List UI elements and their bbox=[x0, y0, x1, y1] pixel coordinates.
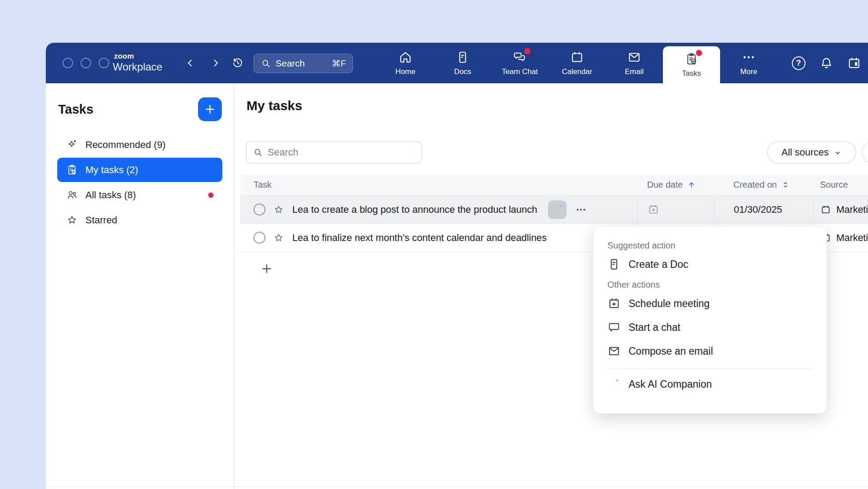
more-icon bbox=[742, 50, 756, 64]
column-due-date[interactable]: Due date bbox=[637, 174, 714, 195]
task-search bbox=[246, 141, 422, 163]
nav-home[interactable]: Home bbox=[377, 43, 434, 83]
action-menu: Suggested action Create a Doc Other acti… bbox=[593, 226, 827, 414]
email-icon bbox=[627, 50, 641, 64]
tasks-sidebar: Tasks Recommended (9) My tasks (2) All t… bbox=[46, 83, 234, 489]
menu-section-label: Other actions bbox=[607, 280, 813, 290]
calendar-icon bbox=[570, 50, 584, 64]
help-icon: ? bbox=[792, 56, 805, 70]
global-search-placeholder: Search bbox=[276, 58, 305, 69]
task-title: Lea to create a blog post to announce th… bbox=[292, 204, 537, 215]
chevron-down-icon bbox=[833, 148, 842, 157]
sort-ascending-icon[interactable] bbox=[687, 181, 696, 189]
star-icon[interactable] bbox=[273, 232, 284, 244]
nav-more[interactable]: More bbox=[720, 43, 777, 83]
sparkle-icon bbox=[66, 139, 78, 151]
bell-icon bbox=[819, 56, 834, 70]
brand-text: zoom bbox=[114, 52, 162, 60]
task-search-input[interactable] bbox=[268, 147, 416, 158]
doc-icon bbox=[607, 258, 621, 271]
clipboard-check-icon bbox=[66, 164, 78, 176]
notifications-button[interactable] bbox=[818, 55, 834, 71]
menu-item-create-doc[interactable]: Create a Doc bbox=[607, 252, 813, 276]
sidebar-item-my-tasks[interactable]: My tasks (2) bbox=[57, 158, 222, 182]
calendar-panel-button[interactable] bbox=[846, 55, 862, 71]
menu-section-label: Suggested action bbox=[607, 241, 813, 251]
chevron-left-icon bbox=[185, 58, 195, 68]
nav-email[interactable]: Email bbox=[606, 43, 663, 83]
window-control-circle[interactable] bbox=[99, 58, 109, 68]
global-search[interactable]: Search ⌘F bbox=[254, 54, 353, 73]
add-task-button[interactable] bbox=[261, 263, 273, 275]
notification-dot bbox=[696, 50, 702, 56]
menu-item-start-chat[interactable]: Start a chat bbox=[607, 315, 813, 339]
column-source: Source bbox=[813, 174, 868, 195]
task-checkbox[interactable] bbox=[254, 204, 265, 215]
nav-docs[interactable]: Docs bbox=[434, 43, 491, 83]
search-icon bbox=[253, 147, 263, 158]
product-text: Workplace bbox=[113, 62, 162, 72]
task-checkbox[interactable] bbox=[254, 232, 265, 244]
created-on-date: 01/30/2025 bbox=[734, 204, 782, 215]
notification-dot bbox=[524, 48, 530, 54]
menu-item-ask-ai-companion[interactable]: Ask AI Companion bbox=[607, 372, 813, 396]
nav-team-chat[interactable]: Team Chat bbox=[491, 43, 548, 83]
menu-item-compose-email[interactable]: Compose an email bbox=[607, 339, 813, 363]
window-control-circle[interactable] bbox=[63, 58, 73, 68]
topbar-utilities: ? bbox=[791, 43, 862, 83]
nav-calendar[interactable]: Calendar bbox=[548, 43, 606, 83]
nav-tasks[interactable]: Tasks bbox=[663, 46, 720, 83]
sidebar-item-recommended[interactable]: Recommended (9) bbox=[57, 133, 222, 157]
notification-dot bbox=[208, 193, 213, 198]
task-title: Lea to finalize next month’s content cal… bbox=[292, 232, 547, 244]
clipped-filter-button[interactable] bbox=[862, 141, 868, 163]
history-icon bbox=[231, 56, 244, 70]
people-icon bbox=[66, 189, 78, 201]
sidebar-list: Recommended (9) My tasks (2) All tasks (… bbox=[46, 133, 234, 232]
ai-companion-icon bbox=[551, 203, 564, 216]
help-button[interactable]: ? bbox=[791, 55, 806, 71]
calendar-icon bbox=[820, 204, 831, 215]
search-icon bbox=[261, 58, 271, 69]
forward-button[interactable] bbox=[208, 55, 224, 71]
content-area: Tasks Recommended (9) My tasks (2) All t… bbox=[46, 83, 868, 489]
source-filter-dropdown[interactable]: All sources bbox=[767, 141, 856, 163]
column-task: Task bbox=[240, 174, 637, 195]
sidebar-item-starred[interactable]: Starred bbox=[57, 208, 222, 232]
window-controls[interactable] bbox=[63, 58, 109, 68]
calendar-plus-icon bbox=[607, 297, 621, 310]
sort-toggle-icon[interactable] bbox=[781, 181, 790, 189]
row-more-icon[interactable] bbox=[575, 204, 587, 215]
task-row[interactable]: Lea to create a blog post to announce th… bbox=[240, 196, 868, 224]
plus-icon bbox=[204, 103, 216, 115]
ai-companion-icon bbox=[607, 378, 621, 391]
chevron-right-icon bbox=[210, 58, 221, 68]
source-label: Marketing bbox=[836, 204, 868, 215]
chat-bubble-icon bbox=[607, 321, 621, 334]
star-icon bbox=[66, 214, 78, 226]
ai-companion-button[interactable] bbox=[548, 200, 566, 219]
main-panel: My tasks All sources Task Due date bbox=[234, 83, 868, 489]
window-control-circle[interactable] bbox=[81, 58, 91, 68]
back-button[interactable] bbox=[182, 55, 198, 71]
list-controls: All sources bbox=[234, 141, 868, 163]
sidebar-title: Tasks bbox=[58, 102, 93, 117]
plus-icon bbox=[261, 263, 273, 275]
zoom-workplace-logo: zoom Workplace bbox=[113, 52, 162, 72]
app-window: zoom Workplace Search ⌘F Home Docs Team … bbox=[46, 43, 868, 489]
search-shortcut: ⌘F bbox=[332, 58, 346, 69]
page-title: My tasks bbox=[246, 98, 868, 113]
star-icon[interactable] bbox=[273, 204, 284, 215]
envelope-icon bbox=[607, 345, 621, 358]
history-button[interactable] bbox=[230, 55, 246, 71]
new-task-button[interactable] bbox=[198, 97, 222, 121]
column-created-on[interactable]: Created on bbox=[714, 174, 813, 195]
calendar-panel-icon bbox=[847, 56, 861, 70]
sidebar-item-all-tasks[interactable]: All tasks (8) bbox=[57, 183, 222, 207]
menu-item-schedule-meeting[interactable]: Schedule meeting bbox=[607, 292, 813, 315]
source-label: Marketing bbox=[836, 232, 868, 244]
top-bar: zoom Workplace Search ⌘F Home Docs Team … bbox=[46, 43, 868, 83]
add-due-date-icon[interactable] bbox=[647, 204, 659, 215]
menu-divider bbox=[607, 369, 813, 369]
main-navigation: Home Docs Team Chat Calendar Email Tasks bbox=[377, 43, 777, 83]
